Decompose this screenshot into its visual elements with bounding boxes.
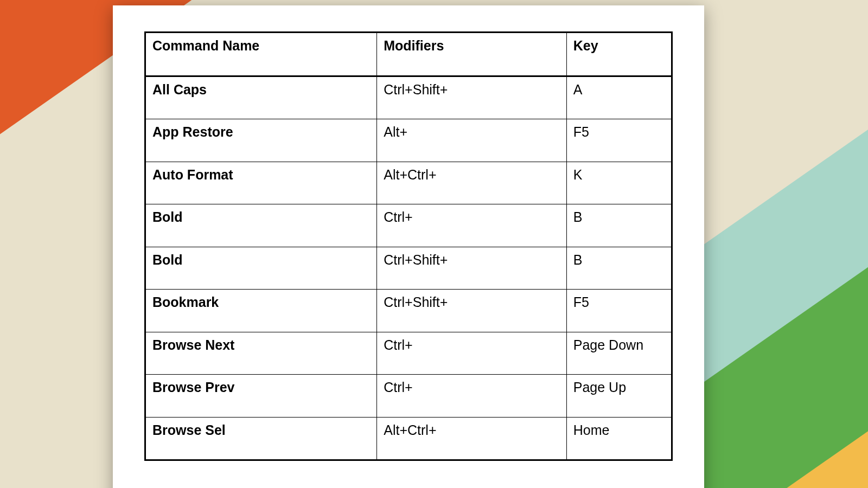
cell-key: B	[566, 204, 672, 247]
cell-modifiers: Alt+Ctrl+	[377, 417, 567, 460]
cell-modifiers: Ctrl+Shift+	[377, 290, 567, 332]
cell-key: F5	[566, 119, 672, 162]
cell-key: Page Up	[566, 375, 672, 418]
cell-modifiers: Alt+	[377, 119, 567, 162]
cell-key: K	[566, 162, 672, 204]
cell-command: Browse Prev	[145, 375, 377, 418]
table-row: Bold Ctrl+Shift+ B	[145, 247, 672, 290]
cell-command: App Restore	[145, 119, 377, 162]
cell-key: B	[566, 247, 672, 290]
cell-command: Browse Next	[145, 332, 377, 375]
cell-command: Bold	[145, 204, 377, 247]
header-command-name: Command Name	[145, 33, 377, 76]
table-row: Browse Prev Ctrl+ Page Up	[145, 375, 672, 418]
table-row: Bold Ctrl+ B	[145, 204, 672, 247]
cell-modifiers: Ctrl+	[377, 332, 567, 375]
cell-modifiers: Ctrl+Shift+	[377, 247, 567, 290]
table-row: Bookmark Ctrl+Shift+ F5	[145, 290, 672, 332]
table-row: Browse Next Ctrl+ Page Down	[145, 332, 672, 375]
cell-key: Page Down	[566, 332, 672, 375]
cell-key: A	[566, 76, 672, 119]
cell-command: Browse Sel	[145, 417, 377, 460]
cell-command: Bold	[145, 247, 377, 290]
cell-modifiers: Ctrl+	[377, 204, 567, 247]
document-page: Command Name Modifiers Key All Caps Ctrl…	[113, 5, 704, 488]
cell-command: All Caps	[145, 76, 377, 119]
cell-key: F5	[566, 290, 672, 332]
cell-modifiers: Alt+Ctrl+	[377, 162, 567, 204]
cell-command: Bookmark	[145, 290, 377, 332]
table-header-row: Command Name Modifiers Key	[145, 33, 672, 76]
table-row: App Restore Alt+ F5	[145, 119, 672, 162]
header-modifiers: Modifiers	[377, 33, 567, 76]
cell-modifiers: Ctrl+	[377, 375, 567, 418]
shortcuts-table: Command Name Modifiers Key All Caps Ctrl…	[144, 31, 673, 461]
table-row: All Caps Ctrl+Shift+ A	[145, 76, 672, 119]
table-row: Auto Format Alt+Ctrl+ K	[145, 162, 672, 204]
cell-key: Home	[566, 417, 672, 460]
cell-modifiers: Ctrl+Shift+	[377, 76, 567, 119]
table-row: Browse Sel Alt+Ctrl+ Home	[145, 417, 672, 460]
header-key: Key	[566, 33, 672, 76]
cell-command: Auto Format	[145, 162, 377, 204]
